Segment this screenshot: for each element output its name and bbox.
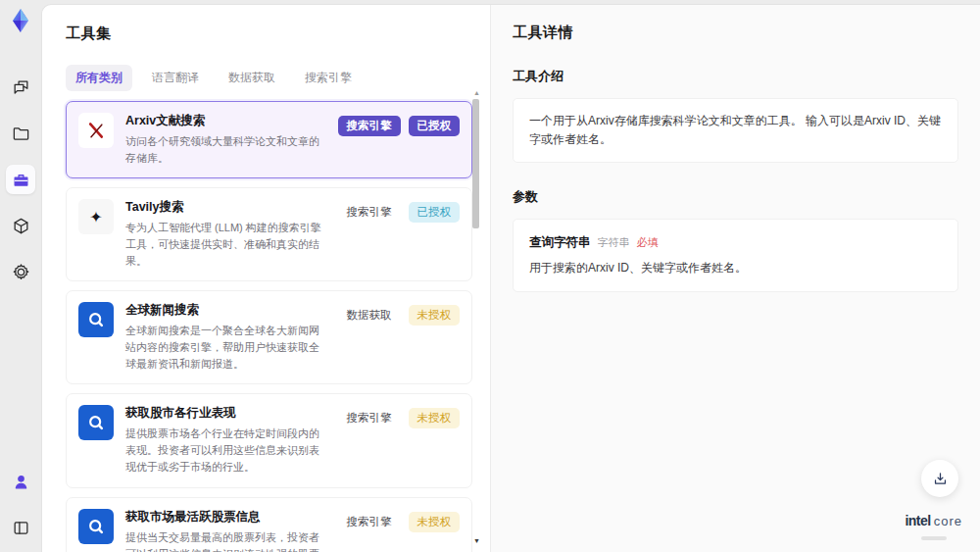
tab-search-engine[interactable]: 搜索引擎 [295, 65, 362, 91]
arxiv-icon [78, 113, 114, 148]
tool-card-title: 全球新闻搜索 [125, 302, 326, 319]
active-stock-icon [78, 509, 114, 544]
param-description: 用于搜索的Arxiv ID、关键字或作者姓名。 [529, 259, 942, 277]
scroll-up-arrow[interactable]: ▲ [473, 89, 480, 96]
tool-details-pane: 工具详情 工具介绍 一个用于从Arxiv存储库搜索科学论文和文章的工具。 输入可… [490, 5, 980, 552]
list-scrollbar[interactable]: ▲ ▼ [471, 87, 481, 546]
tab-language-translation[interactable]: 语言翻译 [142, 65, 209, 91]
tool-card-description: 提供当天交易量最高的股票列表，投资者可以利用这些信息来识别流动性强的股票和潜在的… [125, 529, 326, 552]
tab-all-categories[interactable]: 所有类别 [66, 65, 132, 91]
main-surface: 工具集 所有类别 语言翻译 数据获取 搜索引擎 Arxiv文献搜索 访问各个研究… [41, 4, 980, 552]
tool-card-description: 访问各个研究领域大量科学论文和文章的存储库。 [125, 133, 326, 167]
sidebar-item-toolset[interactable] [6, 165, 35, 194]
auth-status-badge: 未授权 [409, 512, 461, 532]
settings-gear-icon [12, 263, 30, 281]
param-type: 字符串 [598, 234, 630, 252]
user-icon [12, 473, 30, 491]
download-button[interactable] [921, 460, 958, 497]
download-icon [932, 471, 949, 487]
toolset-pane: 工具集 所有类别 语言翻译 数据获取 搜索引擎 Arxiv文献搜索 访问各个研究… [42, 5, 490, 552]
brand-primary: intel [905, 513, 930, 528]
tool-card[interactable]: Arxiv文献搜索 访问各个研究领域大量科学论文和文章的存储库。 搜索引擎 已授… [66, 101, 472, 178]
tool-card[interactable]: 获取市场最活跃股票信息 提供当天交易量最高的股票列表，投资者可以利用这些信息来识… [66, 497, 472, 552]
scrollbar-thumb[interactable] [472, 99, 479, 228]
icon-rail [0, 0, 41, 552]
params-heading: 参数 [513, 188, 958, 206]
tool-card-title: 获取市场最活跃股票信息 [125, 509, 326, 526]
stock-sector-icon [78, 405, 114, 440]
tool-card-title: 获取股市各行业表现 [125, 405, 326, 422]
auth-status-badge: 已授权 [409, 116, 461, 136]
app-logo [8, 8, 33, 33]
tool-card-description: 提供股票市场各个行业在特定时间段内的表现。投资者可以利用这些信息来识别表现优于或… [125, 426, 326, 476]
tool-card[interactable]: 全球新闻搜索 全球新闻搜索是一个聚合全球各大新闻网站内容的搜索引擎，帮助用户快速… [66, 290, 472, 384]
tavily-star-icon: ✦ [78, 199, 114, 234]
page-title: 工具集 [66, 25, 490, 43]
sidebar-item-account[interactable] [6, 467, 35, 496]
scroll-down-arrow[interactable]: ▼ [473, 537, 480, 544]
tool-card[interactable]: ✦ Tavily搜索 专为人工智能代理 (LLM) 构建的搜索引擎工具，可快速提… [66, 187, 472, 281]
auth-status-badge: 未授权 [409, 408, 461, 428]
category-badge: 搜索引擎 [338, 202, 401, 223]
chat-icon [12, 78, 30, 97]
details-title: 工具详情 [513, 24, 958, 42]
category-tabs: 所有类别 语言翻译 数据获取 搜索引擎 [66, 65, 490, 91]
folder-icon [12, 125, 30, 143]
sidebar-item-collapse[interactable] [6, 513, 35, 542]
category-badge: 搜索引擎 [338, 512, 401, 532]
package-icon [12, 217, 30, 235]
param-name: 查询字符串 [529, 232, 591, 252]
intro-heading: 工具介绍 [513, 68, 958, 85]
param-box: 查询字符串 字符串 必填 用于搜索的Arxiv ID、关键字或作者姓名。 [513, 219, 958, 291]
intro-box: 一个用于从Arxiv存储库搜索科学论文和文章的工具。 输入可以是Arxiv ID… [513, 98, 958, 163]
toolbox-icon [12, 171, 30, 189]
category-badge: 搜索引擎 [338, 116, 401, 136]
tool-card-title: Tavily搜索 [125, 199, 326, 216]
tool-card-description: 专为人工智能代理 (LLM) 构建的搜索引擎工具，可快速提供实时、准确和真实的结… [125, 220, 326, 270]
category-badge: 搜索引擎 [338, 408, 401, 428]
news-search-icon [78, 302, 114, 337]
brand-secondary: core [934, 514, 962, 528]
auth-status-badge: 未授权 [409, 305, 461, 326]
sidebar-item-chat[interactable] [6, 73, 35, 102]
sidebar-item-packages[interactable] [6, 211, 35, 240]
panel-toggle-icon [12, 519, 30, 537]
param-required-badge: 必填 [637, 234, 659, 252]
sidebar-item-files[interactable] [6, 119, 35, 148]
auth-status-badge: 已授权 [409, 202, 461, 223]
app-root: 工具集 所有类别 语言翻译 数据获取 搜索引擎 Arxiv文献搜索 访问各个研究… [0, 0, 980, 552]
category-badge: 数据获取 [338, 305, 401, 326]
intel-core-logo: intelcore [905, 514, 962, 534]
sidebar-item-settings[interactable] [6, 257, 35, 286]
intro-text: 一个用于从Arxiv存储库搜索科学论文和文章的工具。 输入可以是Arxiv ID… [529, 114, 941, 146]
tool-card-list: Arxiv文献搜索 访问各个研究领域大量科学论文和文章的存储库。 搜索引擎 已授… [66, 101, 472, 552]
tab-data-fetch[interactable]: 数据获取 [219, 65, 285, 91]
tool-card-title: Arxiv文献搜索 [125, 113, 326, 129]
tool-card[interactable]: 获取股市各行业表现 提供股票市场各个行业在特定时间段内的表现。投资者可以利用这些… [66, 393, 472, 487]
tool-card-description: 全球新闻搜索是一个聚合全球各大新闻网站内容的搜索引擎，帮助用户快速获取全球最新资… [125, 323, 326, 373]
